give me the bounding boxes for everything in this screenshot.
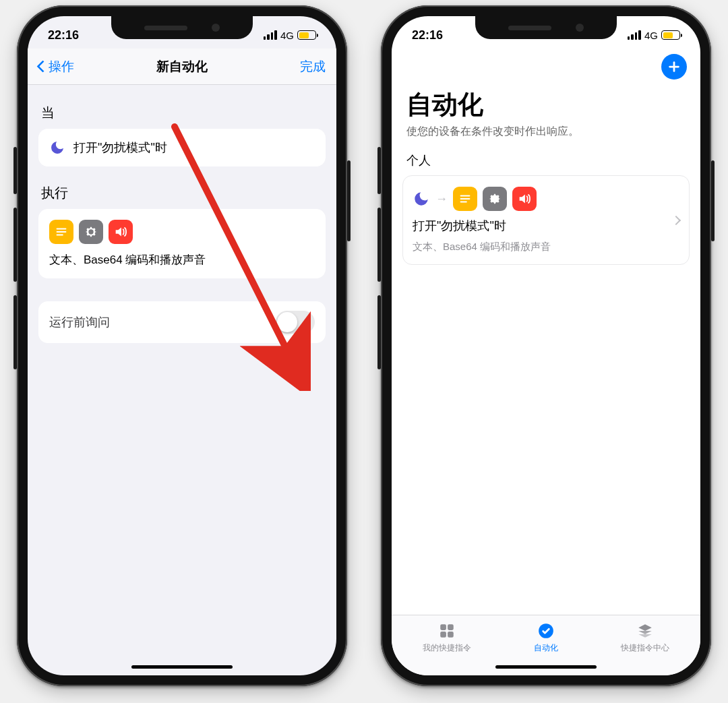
phone-left: 22:16 4G 操作 新自动化 完成 当 [17, 5, 347, 686]
status-time: 22:16 [48, 28, 79, 42]
tab-label: 快捷指令中心 [621, 642, 669, 654]
tab-gallery[interactable]: 快捷指令中心 [621, 622, 669, 654]
text-action-icon [453, 187, 477, 211]
battery-icon [661, 30, 680, 40]
notch [111, 16, 253, 39]
automation-item[interactable]: → 打开"勿扰模式"时 文本、Base64 编码和播放声音 [402, 175, 690, 265]
condition-card[interactable]: 打开"勿扰模式"时 [38, 129, 326, 166]
moon-icon [413, 190, 430, 208]
gear-action-icon [483, 187, 507, 211]
notch [475, 16, 617, 39]
home-indicator [131, 665, 233, 669]
svg-rect-12 [448, 632, 454, 638]
signal-icon [264, 30, 277, 40]
clock-check-icon [536, 622, 556, 640]
gear-action-icon [79, 220, 103, 244]
grid-icon [437, 622, 457, 640]
actions-description: 文本、Base64 编码和播放声音 [49, 252, 315, 268]
chevron-right-icon [671, 215, 681, 224]
home-indicator [495, 665, 597, 669]
automation-title: 打开"勿扰模式"时 [413, 218, 666, 234]
automation-subtitle: 文本、Base64 编码和播放声音 [413, 241, 666, 253]
svg-rect-10 [448, 624, 454, 630]
svg-rect-9 [441, 624, 447, 630]
stack-icon [635, 622, 655, 640]
ask-before-run-row: 运行前询问 [38, 301, 326, 343]
group-personal-label: 个人 [392, 152, 700, 175]
section-when-label: 当 [41, 104, 323, 122]
add-button[interactable] [661, 54, 687, 80]
page-subtitle: 使您的设备在条件改变时作出响应。 [392, 125, 700, 152]
plus-icon [667, 59, 681, 74]
nav-bar: 操作 新自动化 完成 [28, 49, 336, 85]
network-label: 4G [644, 30, 658, 41]
arrow-right-icon: → [435, 192, 448, 206]
page-title: 自动化 [392, 80, 700, 125]
phone-right: 22:16 4G 自动化 使您的设备在条件改变时作出响应。 个人 [381, 5, 711, 686]
condition-text: 打开"勿扰模式"时 [73, 140, 167, 156]
actions-card[interactable]: 文本、Base64 编码和播放声音 [38, 209, 326, 278]
tab-label: 自动化 [534, 642, 558, 654]
done-button[interactable]: 完成 [300, 58, 326, 75]
sound-action-icon [109, 220, 133, 244]
network-label: 4G [280, 30, 294, 41]
tab-label: 我的快捷指令 [423, 642, 471, 654]
signal-icon [628, 30, 641, 40]
section-do-label: 执行 [41, 184, 323, 202]
svg-rect-11 [441, 632, 447, 638]
ask-before-run-label: 运行前询问 [49, 314, 110, 330]
battery-icon [297, 30, 316, 40]
status-time: 22:16 [412, 28, 443, 42]
back-label: 操作 [49, 58, 74, 75]
ask-before-run-toggle[interactable] [276, 311, 315, 334]
tab-my-shortcuts[interactable]: 我的快捷指令 [423, 622, 471, 654]
sound-action-icon [512, 187, 537, 211]
tab-automation[interactable]: 自动化 [534, 622, 558, 654]
moon-icon [49, 140, 65, 156]
chevron-left-icon [36, 60, 49, 72]
text-action-icon [49, 220, 73, 244]
back-button[interactable]: 操作 [38, 58, 74, 75]
